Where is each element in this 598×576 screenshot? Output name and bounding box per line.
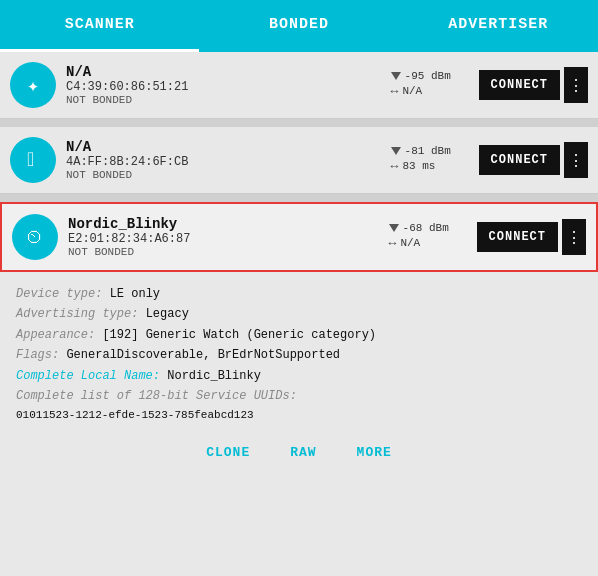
device-mac-3: E2:01:82:34:A6:87 (68, 232, 385, 246)
device-signal-2: -81 dBm ↔ 83 ms (391, 145, 471, 176)
divider-2 (0, 194, 598, 202)
detail-panel: Device type: LE only Advertising type: L… (0, 272, 598, 433)
signal-icon-3 (389, 224, 399, 232)
raw-button[interactable]: RAW (290, 445, 316, 460)
device-info-1: N/A C4:39:60:86:51:21 NOT BONDED (66, 64, 387, 106)
device-bond-2: NOT BONDED (66, 169, 387, 181)
rssi-2: -81 dBm (405, 145, 451, 157)
interval-1: N/A (402, 85, 422, 97)
uuid-value: 01011523-1212-efde-1523-785feabcd123 (16, 406, 582, 425)
device-name-2: N/A (66, 139, 387, 155)
complete-local-name-value: Nordic_Blinky (167, 369, 261, 383)
device-name-1: N/A (66, 64, 387, 80)
interval-icon-1: ↔ (391, 84, 399, 99)
device-bond-3: NOT BONDED (68, 246, 385, 258)
signal-icon-1 (391, 72, 401, 80)
rssi-1: -95 dBm (405, 70, 451, 82)
more-button-3[interactable]: ⋮ (562, 219, 586, 255)
advertising-type-row: Advertising type: Legacy (16, 304, 582, 324)
apple-icon:  (10, 137, 56, 183)
device-info-2: N/A 4A:FF:8B:24:6F:CB NOT BONDED (66, 139, 387, 181)
interval-3: N/A (400, 237, 420, 249)
device-info-3: Nordic_Blinky E2:01:82:34:A6:87 NOT BOND… (68, 216, 385, 258)
device-signal-3: -68 dBm ↔ N/A (389, 222, 469, 253)
more-button-2[interactable]: ⋮ (564, 142, 588, 178)
device-signal-1: -95 dBm ↔ N/A (391, 70, 471, 101)
flags-row: Flags: GeneralDiscoverable, BrEdrNotSupp… (16, 345, 582, 365)
signal-icon-2 (391, 147, 401, 155)
advertising-type-label: Advertising type: (16, 307, 138, 321)
rssi-3: -68 dBm (403, 222, 449, 234)
bottom-actions: CLONE RAW MORE (0, 433, 598, 468)
tab-advertiser[interactable]: ADVERTISER (399, 0, 598, 52)
interval-icon-3: ↔ (389, 236, 397, 251)
table-row[interactable]: ⏲ Nordic_Blinky E2:01:82:34:A6:87 NOT BO… (0, 202, 598, 272)
appearance-value: [192] Generic Watch (Generic category) (102, 328, 376, 342)
watch-icon: ⏲ (12, 214, 58, 260)
flags-label: Flags: (16, 348, 59, 362)
table-row:  N/A 4A:FF:8B:24:6F:CB NOT BONDED -81 d… (0, 127, 598, 194)
device-actions-1: CONNECT ⋮ (479, 67, 588, 103)
more-button-1[interactable]: ⋮ (564, 67, 588, 103)
device-mac-1: C4:39:60:86:51:21 (66, 80, 387, 94)
device-actions-3: CONNECT ⋮ (477, 219, 586, 255)
connect-button-3[interactable]: CONNECT (477, 222, 558, 252)
device-actions-2: CONNECT ⋮ (479, 142, 588, 178)
flags-value: GeneralDiscoverable, BrEdrNotSupported (66, 348, 340, 362)
device-type-value: LE only (110, 287, 160, 301)
appearance-row: Appearance: [192] Generic Watch (Generic… (16, 325, 582, 345)
more-action-button[interactable]: MORE (357, 445, 392, 460)
tab-scanner[interactable]: SCANNER (0, 0, 199, 52)
connect-button-1[interactable]: CONNECT (479, 70, 560, 100)
uuid-list-label: Complete list of 128-bit Service UUIDs: (16, 389, 297, 403)
device-mac-2: 4A:FF:8B:24:6F:CB (66, 155, 387, 169)
divider-1 (0, 119, 598, 127)
tab-bar: SCANNER BONDED ADVERTISER (0, 0, 598, 52)
device-type-label: Device type: (16, 287, 102, 301)
complete-local-name-label: Complete Local Name: (16, 369, 160, 383)
appearance-label: Appearance: (16, 328, 95, 342)
advertising-type-value: Legacy (146, 307, 189, 321)
interval-2: 83 ms (402, 160, 435, 172)
bluetooth-icon: ✦ (10, 62, 56, 108)
uuid-label-row: Complete list of 128-bit Service UUIDs: (16, 386, 582, 406)
device-name-3: Nordic_Blinky (68, 216, 385, 232)
connect-button-2[interactable]: CONNECT (479, 145, 560, 175)
device-type-row: Device type: LE only (16, 284, 582, 304)
tab-bonded[interactable]: BONDED (199, 0, 398, 52)
local-name-row: Complete Local Name: Nordic_Blinky (16, 366, 582, 386)
device-bond-1: NOT BONDED (66, 94, 387, 106)
interval-icon-2: ↔ (391, 159, 399, 174)
device-list: ✦ N/A C4:39:60:86:51:21 NOT BONDED -95 d… (0, 52, 598, 272)
clone-button[interactable]: CLONE (206, 445, 250, 460)
table-row: ✦ N/A C4:39:60:86:51:21 NOT BONDED -95 d… (0, 52, 598, 119)
